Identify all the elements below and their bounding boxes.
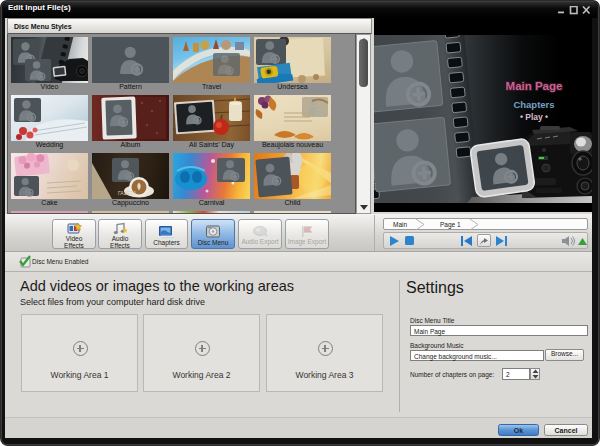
svg-text:Main Page: Main Page [506,80,563,92]
svg-text:Chapters: Chapters [513,99,554,110]
svg-text:ГАЗЕТА: ГАЗЕТА [118,190,137,196]
svg-text:• Play •: • Play • [520,112,548,122]
